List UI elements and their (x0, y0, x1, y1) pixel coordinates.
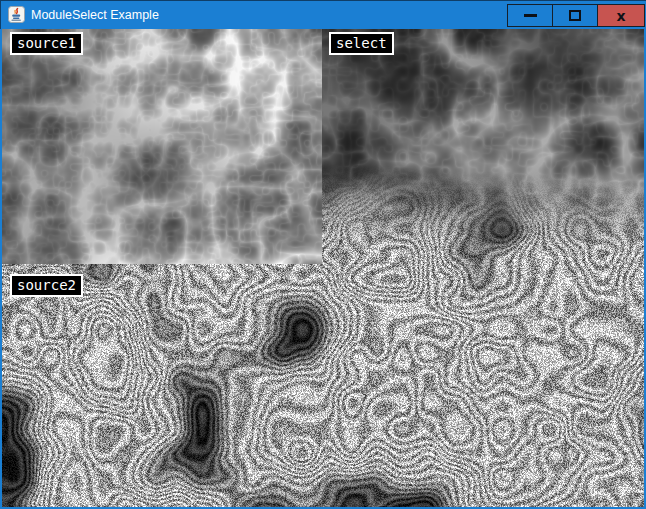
maximize-button[interactable] (552, 4, 598, 27)
close-button[interactable]: x (597, 4, 645, 27)
app-window: ModuleSelect Example x source1 select so… (0, 0, 646, 509)
title-bar[interactable]: ModuleSelect Example x (0, 0, 646, 29)
label-source2: source2 (10, 274, 83, 297)
minimize-icon (524, 14, 537, 17)
window-controls: x (508, 4, 645, 27)
render-area: source1 select source2 (2, 29, 644, 507)
java-app-icon[interactable] (8, 6, 25, 23)
close-icon: x (616, 9, 625, 23)
label-select: select (329, 32, 394, 55)
window-title: ModuleSelect Example (31, 1, 159, 29)
minimize-button[interactable] (507, 4, 553, 27)
label-source1: source1 (10, 32, 83, 55)
maximize-icon (569, 10, 581, 21)
source1-image (2, 29, 322, 264)
